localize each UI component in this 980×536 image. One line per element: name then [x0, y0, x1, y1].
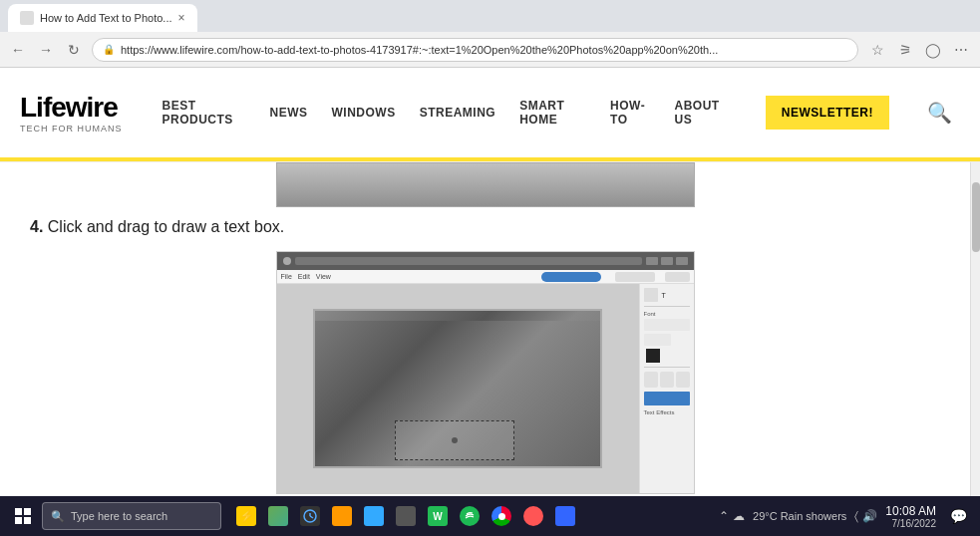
store-icon	[396, 506, 416, 526]
network-icon[interactable]: 〈	[854, 509, 858, 523]
text-box-selection	[395, 420, 514, 460]
title-bar-text	[295, 257, 642, 265]
windows-logo-icon	[15, 508, 31, 524]
taskbar: 🔍 Type here to search ⚡ W	[0, 496, 980, 536]
scrollbar-track[interactable]	[970, 162, 980, 496]
window-close[interactable]	[676, 257, 688, 265]
taskbar-icon-spotify[interactable]	[455, 501, 485, 531]
sidebar-divider	[644, 306, 690, 307]
date-display: 7/16/2022	[885, 518, 936, 529]
nav-best-products[interactable]: BEST PRODUCTS	[153, 93, 256, 133]
back-button[interactable]: ←	[8, 40, 28, 60]
taskbar-search-label: Type here to search	[71, 510, 167, 522]
taskbar-icon-file-explorer[interactable]	[327, 501, 357, 531]
newsletter-button[interactable]: NEWSLETTER!	[766, 96, 889, 130]
bold-tool[interactable]	[644, 372, 658, 388]
start-button[interactable]	[8, 501, 38, 531]
task-view-svg	[303, 509, 317, 523]
step-4-number: 4.	[30, 218, 43, 235]
system-tray-icons: ⌃ ☁	[719, 509, 745, 523]
site-header: Lifewire TECH FOR HUMANS BEST PRODUCTS N…	[0, 68, 980, 162]
sidebar-text-effects-label: Text Effects	[644, 409, 690, 415]
svg-rect-3	[24, 517, 31, 524]
step-4-screenshot: File Edit View	[276, 251, 695, 494]
sys-tray-right: 〈 🔊	[854, 509, 877, 523]
notification-button[interactable]: 💬	[944, 502, 972, 530]
weather-widget: 29°C Rain showers	[753, 510, 846, 522]
logo-text: Lifewire	[20, 92, 123, 124]
textbox-handle	[452, 437, 458, 443]
reload-button[interactable]: ↻	[64, 40, 84, 60]
sidebar-t-tool	[644, 288, 658, 302]
bookmark-button[interactable]: ☆	[866, 39, 888, 61]
app2-icon	[268, 506, 288, 526]
file-explorer-icon	[332, 506, 352, 526]
svg-rect-1	[24, 508, 31, 515]
step-4: 4. Click and drag to draw a text box. Fi…	[30, 215, 940, 494]
address-bar[interactable]: 🔒 https://www.lifewire.com/how-to-add-te…	[92, 38, 858, 62]
spotify-svg	[464, 510, 476, 522]
scrollbar-thumb[interactable]	[972, 182, 980, 252]
toolbar-menu-item: Edit	[298, 273, 310, 280]
sidebar-color-swatch[interactable]	[646, 349, 660, 363]
nav-smart-home[interactable]: SMART HOME	[509, 93, 596, 133]
toolbar-draw-btn	[615, 272, 655, 282]
chrome-icon	[491, 506, 511, 526]
header-accent-border	[0, 157, 980, 161]
extensions-button[interactable]: ⚞	[894, 39, 916, 61]
app10-icon	[555, 506, 575, 526]
search-button[interactable]: 🔍	[919, 97, 960, 129]
taskbar-icon-store[interactable]	[391, 501, 421, 531]
menu-button[interactable]: ⋯	[950, 39, 972, 61]
sidebar-active-control[interactable]	[644, 392, 690, 405]
forward-button[interactable]: →	[36, 40, 56, 60]
underline-tool[interactable]	[676, 372, 690, 388]
active-tab[interactable]: How to Add Text to Photo... ×	[8, 4, 197, 32]
screenshot-canvas-area	[277, 284, 639, 493]
taskbar-icon-mail[interactable]	[359, 501, 389, 531]
toolbar-active-tool	[541, 272, 601, 282]
browser-toolbar: ← → ↻ 🔒 https://www.lifewire.com/how-to-…	[0, 32, 980, 68]
window-maximize[interactable]	[661, 257, 673, 265]
sidebar-font-field	[644, 319, 690, 331]
window-minimize[interactable]	[646, 257, 658, 265]
nav-windows[interactable]: WINDOWS	[322, 100, 406, 126]
taskbar-icon-task-view[interactable]	[295, 501, 325, 531]
site-logo[interactable]: Lifewire TECH FOR HUMANS	[20, 92, 123, 134]
taskbar-icon-widgets[interactable]: ⚡	[231, 501, 261, 531]
nav-news[interactable]: NEWS	[260, 100, 318, 126]
title-bar-element	[283, 257, 291, 265]
tray-arrow-icon[interactable]: ⌃	[719, 509, 729, 523]
italic-tool[interactable]	[660, 372, 674, 388]
svg-rect-2	[15, 517, 22, 524]
mail-icon	[364, 506, 384, 526]
sound-icon[interactable]: 🔊	[862, 509, 877, 523]
toolbar-menu-item: File	[281, 273, 292, 280]
screenshot-app-body: T Font Text Ef	[277, 284, 694, 493]
nav-about-us[interactable]: ABOUT US	[665, 93, 736, 133]
taskbar-icon-chrome[interactable]	[487, 501, 516, 531]
taskbar-icon-word[interactable]: W	[423, 501, 453, 531]
step-4-instruction: Click and drag to draw a text box.	[48, 218, 284, 235]
step3-screenshot	[276, 162, 695, 207]
profile-button[interactable]: ◯	[922, 39, 944, 61]
sidebar-section-label: Font	[644, 311, 690, 317]
dog-photo	[313, 309, 602, 468]
step-4-text: 4. Click and drag to draw a text box.	[30, 215, 940, 239]
taskbar-icon-app2[interactable]	[263, 501, 293, 531]
url-text: https://www.lifewire.com/how-to-add-text…	[121, 44, 718, 56]
svg-rect-0	[15, 508, 22, 515]
toolbar-option	[665, 272, 690, 282]
taskbar-icon-app10[interactable]	[550, 501, 580, 531]
taskbar-icon-app9[interactable]	[518, 501, 548, 531]
nav-how-to[interactable]: HOW-TO	[600, 93, 660, 133]
time-display: 10:08 AM	[885, 504, 936, 518]
header-top: Lifewire TECH FOR HUMANS BEST PRODUCTS N…	[0, 68, 980, 157]
taskbar-search-box[interactable]: 🔍 Type here to search	[42, 502, 221, 530]
search-icon: 🔍	[51, 510, 65, 523]
nav-streaming[interactable]: STREAMING	[410, 100, 506, 126]
widgets-icon: ⚡	[236, 506, 256, 526]
taskbar-app-icons: ⚡ W	[231, 501, 580, 531]
article-content: 4. Click and drag to draw a text box. Fi…	[0, 162, 970, 496]
tab-close-button[interactable]: ×	[178, 11, 185, 25]
